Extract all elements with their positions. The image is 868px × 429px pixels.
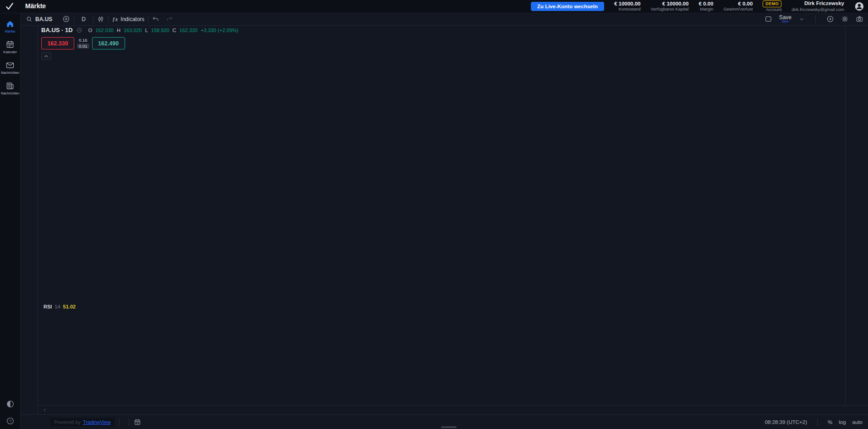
account-field-label: Verfügbares Kapital (651, 7, 689, 12)
save-button[interactable]: Save Save (779, 15, 792, 23)
rsi-title: RSI (44, 304, 52, 309)
account-field-label: Gewinn/Verlust (723, 7, 753, 12)
drawing-toolbar (20, 26, 38, 429)
sidebar-bottom: ? (0, 400, 20, 425)
buy-ask-button[interactable]: 162.490 (92, 37, 125, 50)
rsi-legend: RSI 14 51.02 (44, 304, 76, 309)
scroll-left-icon[interactable]: ‹ (44, 407, 45, 412)
sidebar-item-nachrichten[interactable]: Nachrichten (0, 81, 20, 95)
fx-icon: ƒx (112, 16, 118, 23)
sell-bid-button[interactable]: 162.330 (41, 37, 74, 50)
powered-by: Powered by TradingView (50, 418, 115, 426)
home-icon (5, 19, 15, 28)
pane-resize-grip[interactable] (441, 426, 457, 428)
symbol-search[interactable]: BA.US (26, 16, 52, 22)
panel-layout-icon[interactable] (764, 15, 772, 23)
sidebar-item-label: Nachrichten (1, 71, 19, 75)
sidebar-item-mrkte[interactable]: Märkte (0, 19, 20, 33)
account-field: € 10000.00Verfügbares Kapital (651, 1, 689, 12)
avatar[interactable] (854, 1, 864, 11)
rsi-value: 51.02 (63, 304, 76, 309)
indicators-label: Indicators (120, 16, 144, 22)
sidebar-item-label: Kalender (3, 50, 17, 54)
percent-scale-button[interactable]: % (828, 419, 832, 425)
toolbar-separator (148, 16, 148, 23)
clock[interactable]: 08:28:39 (UTC+2) (765, 419, 807, 425)
top-bar: Märkte Zu Live-Konto wechseln € 10000.00… (0, 0, 868, 13)
toolbar-separator (108, 16, 109, 23)
bottombar-separator (129, 418, 129, 426)
time-axis[interactable]: ‹ (38, 405, 868, 415)
chevron-down-icon[interactable] (798, 16, 805, 22)
user-email: dirk.friczewsky@gmail.com (792, 7, 844, 12)
sidebar-item-nachrichten[interactable]: Nachrichten (0, 60, 20, 75)
account-summary: Zu Live-Konto wechseln € 10000.00Kontost… (531, 0, 864, 13)
account-field-label: Margin (700, 7, 713, 12)
powered-by-label: Powered by (54, 419, 81, 425)
save-sub-label: Save (782, 20, 789, 23)
go-to-date-icon[interactable] (134, 418, 141, 426)
nav-sidebar: MärkteKalenderNachrichtenNachrichten (0, 13, 21, 429)
mail-icon (5, 60, 15, 70)
trading-platform-window: Märkte Zu Live-Konto wechseln € 10000.00… (0, 0, 868, 429)
sidebar-item-label: Nachrichten (1, 91, 19, 95)
toolbar-separator (815, 16, 816, 23)
quick-alert-icon[interactable] (826, 15, 834, 23)
log-scale-button[interactable]: log (839, 419, 846, 425)
help-icon[interactable]: ? (6, 417, 15, 425)
rsi-param: 14 (55, 304, 60, 309)
account-type: DEMO Account (763, 0, 781, 12)
theme-toggle-icon[interactable] (6, 400, 15, 408)
toolbar-separator (74, 16, 74, 23)
account-field-label: Kontostand (618, 7, 640, 12)
settings-gear-icon[interactable] (841, 15, 849, 23)
collapse-legend-minus-icon[interactable] (76, 27, 82, 33)
auto-scale-button[interactable]: auto (852, 419, 863, 425)
price-chart[interactable] (38, 26, 845, 405)
price-scale[interactable] (845, 26, 868, 429)
bottombar-separator (817, 418, 818, 426)
compare-add-symbol-icon[interactable] (62, 15, 70, 23)
tradingview-link[interactable]: TradingView (83, 419, 111, 425)
sidebar-item-label: Märkte (5, 29, 16, 33)
demo-badge: DEMO (763, 0, 781, 7)
snapshot-camera-icon[interactable] (856, 15, 863, 23)
calendar-icon (5, 40, 15, 49)
user-name: Dirk Friczewsky (804, 0, 844, 7)
account-type-label: Account (766, 7, 781, 12)
svg-text:?: ? (9, 419, 11, 424)
chart-toolbar: BA.US D ƒx Indicators Save Save (20, 13, 868, 26)
interval-button[interactable]: D (78, 16, 89, 22)
news-icon (5, 81, 15, 90)
symbol-search-value: BA.US (35, 16, 52, 22)
account-fields: € 10000.00Kontostand€ 10000.00Verfügbare… (614, 1, 753, 12)
account-field: € 0.00Margin (699, 1, 713, 12)
bottombar-separator (119, 418, 120, 426)
user-info: Dirk Friczewsky dirk.friczewsky@gmail.co… (792, 0, 844, 12)
legend-collapse-button[interactable] (41, 52, 51, 60)
account-field: € 10000.00Kontostand (614, 1, 641, 12)
broker-logo-icon[interactable] (5, 2, 14, 11)
undo-icon[interactable] (152, 16, 159, 23)
search-icon (26, 16, 33, 22)
toolbar-separator (93, 16, 93, 23)
indicators-button[interactable]: ƒx Indicators (112, 16, 144, 23)
sidebar-item-kalender[interactable]: Kalender (0, 40, 20, 54)
redo-icon[interactable] (166, 16, 173, 23)
chart-type-candles-icon[interactable] (97, 16, 104, 23)
account-field: € 0.00Gewinn/Verlust (723, 1, 753, 12)
page-title: Märkte (25, 2, 46, 10)
switch-to-live-account-button[interactable]: Zu Live-Konto wechseln (531, 2, 604, 11)
